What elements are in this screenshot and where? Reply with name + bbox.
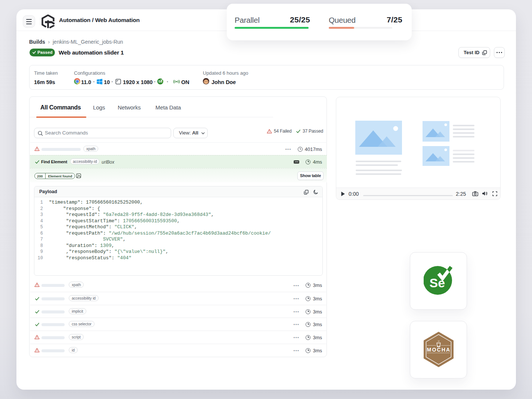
svg-text:Se: Se xyxy=(430,276,445,290)
svg-text:MOCHA: MOCHA xyxy=(427,347,451,353)
